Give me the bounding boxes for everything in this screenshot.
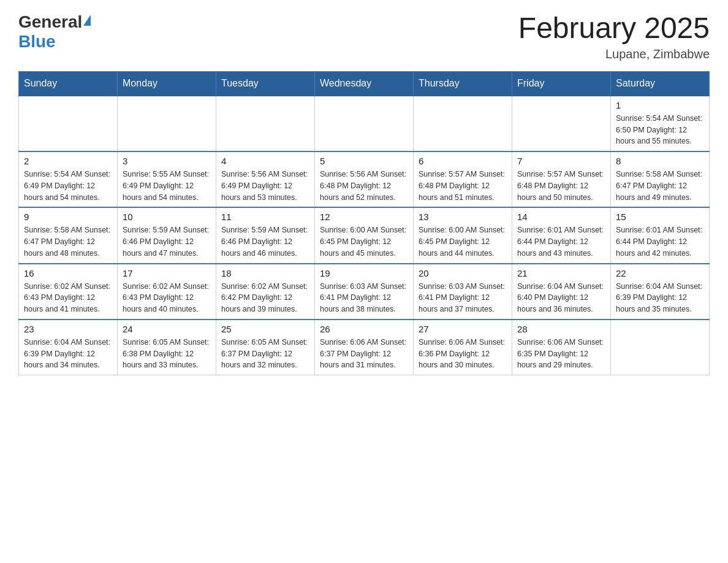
- day-info: Sunrise: 5:57 AM Sunset: 6:48 PM Dayligh…: [517, 169, 605, 203]
- day-info: Sunrise: 5:54 AM Sunset: 6:50 PM Dayligh…: [616, 113, 704, 147]
- month-title: February 2025: [518, 12, 710, 45]
- calendar-cell: 17Sunrise: 6:02 AM Sunset: 6:43 PM Dayli…: [118, 264, 216, 320]
- calendar-cell: 15Sunrise: 6:01 AM Sunset: 6:44 PM Dayli…: [611, 207, 710, 263]
- calendar-cell: [19, 96, 118, 151]
- calendar-header-thursday: Thursday: [414, 71, 512, 96]
- day-info: Sunrise: 6:04 AM Sunset: 6:39 PM Dayligh…: [616, 281, 704, 315]
- calendar-table: SundayMondayTuesdayWednesdayThursdayFrid…: [18, 71, 710, 375]
- day-number: 27: [419, 324, 507, 334]
- day-number: 19: [320, 268, 408, 278]
- calendar-header-tuesday: Tuesday: [216, 71, 315, 96]
- calendar-cell: 11Sunrise: 5:59 AM Sunset: 6:46 PM Dayli…: [216, 207, 315, 263]
- calendar-cell: [611, 320, 710, 375]
- day-info: Sunrise: 6:06 AM Sunset: 6:37 PM Dayligh…: [320, 337, 408, 371]
- day-info: Sunrise: 6:04 AM Sunset: 6:39 PM Dayligh…: [24, 337, 112, 371]
- day-number: 11: [221, 212, 309, 222]
- calendar-cell: 5Sunrise: 5:56 AM Sunset: 6:48 PM Daylig…: [315, 151, 414, 207]
- day-info: Sunrise: 5:56 AM Sunset: 6:48 PM Dayligh…: [320, 169, 408, 203]
- calendar-week-row: 16Sunrise: 6:02 AM Sunset: 6:43 PM Dayli…: [19, 264, 710, 320]
- day-number: 17: [123, 268, 211, 278]
- day-number: 14: [517, 212, 605, 222]
- day-info: Sunrise: 5:57 AM Sunset: 6:48 PM Dayligh…: [419, 169, 507, 203]
- calendar-cell: 6Sunrise: 5:57 AM Sunset: 6:48 PM Daylig…: [414, 151, 512, 207]
- calendar-cell: 20Sunrise: 6:03 AM Sunset: 6:41 PM Dayli…: [414, 264, 512, 320]
- calendar-cell: 23Sunrise: 6:04 AM Sunset: 6:39 PM Dayli…: [19, 320, 118, 375]
- calendar-header-saturday: Saturday: [611, 71, 710, 96]
- calendar-cell: 1Sunrise: 5:54 AM Sunset: 6:50 PM Daylig…: [611, 96, 710, 151]
- day-info: Sunrise: 6:01 AM Sunset: 6:44 PM Dayligh…: [517, 224, 605, 259]
- calendar-cell: 9Sunrise: 5:58 AM Sunset: 6:47 PM Daylig…: [19, 207, 118, 263]
- calendar-cell: [216, 96, 315, 151]
- calendar-cell: 10Sunrise: 5:59 AM Sunset: 6:46 PM Dayli…: [118, 207, 216, 263]
- calendar-cell: 13Sunrise: 6:00 AM Sunset: 6:45 PM Dayli…: [414, 207, 512, 263]
- calendar-cell: 12Sunrise: 6:00 AM Sunset: 6:45 PM Dayli…: [315, 207, 414, 263]
- calendar-week-row: 1Sunrise: 5:54 AM Sunset: 6:50 PM Daylig…: [19, 96, 710, 151]
- day-number: 6: [419, 156, 507, 166]
- day-number: 16: [24, 268, 112, 278]
- logo-blue-text: Blue: [18, 32, 56, 52]
- day-number: 2: [24, 156, 112, 166]
- day-info: Sunrise: 5:58 AM Sunset: 6:47 PM Dayligh…: [616, 169, 704, 203]
- calendar-cell: 27Sunrise: 6:06 AM Sunset: 6:36 PM Dayli…: [414, 320, 512, 375]
- day-number: 22: [616, 268, 704, 278]
- calendar-cell: 28Sunrise: 6:06 AM Sunset: 6:35 PM Dayli…: [512, 320, 611, 375]
- calendar-header-sunday: Sunday: [19, 71, 118, 96]
- day-number: 25: [221, 324, 309, 334]
- day-info: Sunrise: 6:02 AM Sunset: 6:42 PM Dayligh…: [221, 281, 309, 315]
- calendar-cell: 25Sunrise: 6:05 AM Sunset: 6:37 PM Dayli…: [216, 320, 315, 375]
- day-number: 3: [123, 156, 211, 166]
- calendar-cell: 3Sunrise: 5:55 AM Sunset: 6:49 PM Daylig…: [118, 151, 216, 207]
- logo-general-text: General: [18, 12, 82, 32]
- calendar-week-row: 23Sunrise: 6:04 AM Sunset: 6:39 PM Dayli…: [19, 320, 710, 375]
- calendar-cell: 19Sunrise: 6:03 AM Sunset: 6:41 PM Dayli…: [315, 264, 414, 320]
- day-info: Sunrise: 6:04 AM Sunset: 6:40 PM Dayligh…: [517, 281, 605, 315]
- day-number: 15: [616, 212, 704, 222]
- day-info: Sunrise: 5:55 AM Sunset: 6:49 PM Dayligh…: [123, 169, 211, 203]
- day-info: Sunrise: 6:02 AM Sunset: 6:43 PM Dayligh…: [24, 281, 112, 315]
- day-number: 7: [517, 156, 605, 166]
- calendar-cell: [315, 96, 414, 151]
- calendar-header-friday: Friday: [512, 71, 611, 96]
- day-number: 5: [320, 156, 408, 166]
- day-number: 24: [123, 324, 211, 334]
- day-info: Sunrise: 6:03 AM Sunset: 6:41 PM Dayligh…: [419, 281, 507, 315]
- calendar-cell: 7Sunrise: 5:57 AM Sunset: 6:48 PM Daylig…: [512, 151, 611, 207]
- calendar-cell: 22Sunrise: 6:04 AM Sunset: 6:39 PM Dayli…: [611, 264, 710, 320]
- calendar-cell: 14Sunrise: 6:01 AM Sunset: 6:44 PM Dayli…: [512, 207, 611, 263]
- location-subtitle: Lupane, Zimbabwe: [518, 47, 710, 61]
- day-info: Sunrise: 6:05 AM Sunset: 6:37 PM Dayligh…: [221, 337, 309, 371]
- day-info: Sunrise: 5:59 AM Sunset: 6:46 PM Dayligh…: [123, 224, 211, 259]
- calendar-cell: 26Sunrise: 6:06 AM Sunset: 6:37 PM Dayli…: [315, 320, 414, 375]
- logo-triangle-icon: [83, 15, 91, 26]
- calendar-week-row: 9Sunrise: 5:58 AM Sunset: 6:47 PM Daylig…: [19, 207, 710, 263]
- day-info: Sunrise: 6:03 AM Sunset: 6:41 PM Dayligh…: [320, 281, 408, 315]
- day-number: 20: [419, 268, 507, 278]
- day-number: 13: [419, 212, 507, 222]
- day-number: 8: [616, 156, 704, 166]
- day-number: 12: [320, 212, 408, 222]
- calendar-cell: [512, 96, 611, 151]
- day-info: Sunrise: 6:02 AM Sunset: 6:43 PM Dayligh…: [123, 281, 211, 315]
- day-number: 21: [517, 268, 605, 278]
- day-number: 28: [517, 324, 605, 334]
- day-number: 10: [123, 212, 211, 222]
- day-number: 1: [616, 100, 704, 110]
- day-info: Sunrise: 6:05 AM Sunset: 6:38 PM Dayligh…: [123, 337, 211, 371]
- page-header: General Blue February 2025 Lupane, Zimba…: [18, 12, 710, 61]
- day-info: Sunrise: 6:06 AM Sunset: 6:36 PM Dayligh…: [419, 337, 507, 371]
- calendar-header-monday: Monday: [118, 71, 216, 96]
- day-number: 26: [320, 324, 408, 334]
- calendar-cell: [414, 96, 512, 151]
- calendar-cell: 21Sunrise: 6:04 AM Sunset: 6:40 PM Dayli…: [512, 264, 611, 320]
- day-info: Sunrise: 5:54 AM Sunset: 6:49 PM Dayligh…: [24, 169, 112, 203]
- day-info: Sunrise: 6:00 AM Sunset: 6:45 PM Dayligh…: [320, 224, 408, 259]
- day-info: Sunrise: 5:59 AM Sunset: 6:46 PM Dayligh…: [221, 224, 309, 259]
- logo: General Blue: [18, 12, 91, 52]
- day-info: Sunrise: 5:56 AM Sunset: 6:49 PM Dayligh…: [221, 169, 309, 203]
- calendar-cell: 16Sunrise: 6:02 AM Sunset: 6:43 PM Dayli…: [19, 264, 118, 320]
- day-info: Sunrise: 6:01 AM Sunset: 6:44 PM Dayligh…: [616, 224, 704, 259]
- calendar-cell: 8Sunrise: 5:58 AM Sunset: 6:47 PM Daylig…: [611, 151, 710, 207]
- day-number: 9: [24, 212, 112, 222]
- calendar-header-row: SundayMondayTuesdayWednesdayThursdayFrid…: [19, 71, 710, 96]
- calendar-week-row: 2Sunrise: 5:54 AM Sunset: 6:49 PM Daylig…: [19, 151, 710, 207]
